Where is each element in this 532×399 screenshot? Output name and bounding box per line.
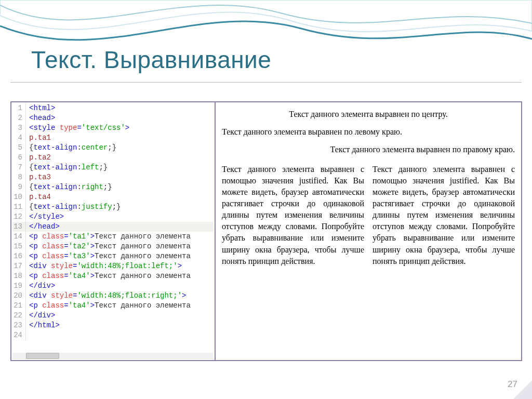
- code-content: <p class='ta1'>Текст данного элемента: [29, 232, 191, 242]
- code-content: <p class='ta3'>Текст данного элемента: [29, 251, 191, 261]
- line-number: 24: [12, 330, 26, 340]
- code-content: {text-align:justify;}: [29, 202, 121, 212]
- line-number: 10: [12, 192, 26, 202]
- line-number: 12: [12, 212, 26, 222]
- slide-title: Текст. Выравнивание: [31, 46, 271, 74]
- line-number: 14: [12, 232, 26, 242]
- line-number: 5: [12, 143, 26, 153]
- line-number: 11: [12, 202, 26, 212]
- code-content: </div>: [29, 311, 55, 321]
- line-number: 16: [12, 251, 26, 261]
- preview-text-center: Текст данного элемента выравнен по центр…: [222, 110, 515, 119]
- code-pane: 1<html>2<head>3<style type='text/css'>4p…: [11, 102, 216, 360]
- preview-pane: Текст данного элемента выравнен по центр…: [216, 102, 521, 360]
- code-line[interactable]: 16<p class='ta3'>Текст данного элемента: [12, 251, 214, 261]
- code-content: </html>: [29, 321, 60, 330]
- line-number: 8: [12, 172, 26, 182]
- line-number: 17: [12, 261, 26, 271]
- code-content: <html>: [29, 103, 55, 113]
- code-line[interactable]: 2<head>: [12, 113, 214, 123]
- line-number: 3: [12, 123, 26, 133]
- code-line[interactable]: 18<p class='ta4'>Текст данного элемента: [12, 271, 214, 281]
- code-content: </style>: [29, 212, 64, 222]
- line-number: 22: [12, 311, 26, 321]
- code-content: p.ta3: [29, 172, 51, 182]
- code-line[interactable]: 3<style type='text/css'>: [12, 123, 214, 133]
- code-content: {text-align:right;}: [29, 182, 112, 192]
- code-content: {text-align:left;}: [29, 163, 108, 172]
- code-line[interactable]: 17<div style='width:48%;float:left;'>: [12, 261, 214, 271]
- corner-accent: [513, 380, 532, 399]
- code-content: {text-align:center;}: [29, 143, 116, 153]
- code-line[interactable]: 4p.ta1: [12, 133, 214, 143]
- code-content: </head>: [29, 222, 60, 232]
- code-content: p.ta4: [29, 192, 51, 202]
- code-line[interactable]: 7{text-align:left;}: [12, 163, 214, 172]
- content-frame: 1<html>2<head>3<style type='text/css'>4p…: [10, 101, 522, 361]
- preview-columns: Текст данного элемента выравнен с помощь…: [222, 164, 515, 267]
- code-line[interactable]: 12</style>: [12, 212, 214, 222]
- line-number: 15: [12, 242, 26, 251]
- line-number: 21: [12, 301, 26, 311]
- code-content: <div style='width:48%;float:left;'>: [29, 261, 182, 271]
- code-line[interactable]: 1<html>: [12, 103, 214, 113]
- preview-justified-left: Текст данного элемента выравнен с помощь…: [222, 164, 364, 267]
- code-line[interactable]: 15<p class='ta2'>Текст данного элемента: [12, 242, 214, 251]
- code-line[interactable]: 13</head>: [12, 222, 214, 232]
- line-number: 6: [12, 153, 26, 163]
- code-content: <p class='ta4'>Текст данного элемента: [29, 271, 191, 281]
- line-number: 9: [12, 182, 26, 192]
- line-number: 13: [12, 222, 26, 232]
- code-content: <p class='ta2'>Текст данного элемента: [29, 242, 191, 251]
- line-number: 2: [12, 113, 26, 123]
- title-underline: [10, 82, 522, 83]
- code-content: </div>: [29, 281, 55, 291]
- code-line[interactable]: 19</div>: [12, 281, 214, 291]
- horizontal-scrollbar[interactable]: [12, 353, 214, 359]
- preview-justified-right: Текст данного элемента выравнен с помощь…: [373, 164, 515, 267]
- code-editor[interactable]: 1<html>2<head>3<style type='text/css'>4p…: [12, 103, 214, 353]
- line-number: 19: [12, 281, 26, 291]
- line-number: 1: [12, 103, 26, 113]
- line-number: 20: [12, 291, 26, 301]
- code-line[interactable]: 9{text-align:right;}: [12, 182, 214, 192]
- code-line[interactable]: 10p.ta4: [12, 192, 214, 202]
- preview-text-left: Текст данного элемента выравнен по левом…: [222, 127, 515, 137]
- code-content: <div style='width:48%;float:right;'>: [29, 291, 186, 301]
- code-line[interactable]: 21<p class='ta4'>Текст данного элемента: [12, 301, 214, 311]
- code-content: <p class='ta4'>Текст данного элемента: [29, 301, 191, 311]
- code-content: p.ta2: [29, 153, 51, 163]
- line-number: 23: [12, 321, 26, 330]
- code-content: p.ta1: [29, 133, 51, 143]
- preview-text-right: Текст данного элемента выравнен по право…: [222, 145, 515, 154]
- line-number: 4: [12, 133, 26, 143]
- scrollbar-thumb[interactable]: [26, 353, 59, 359]
- code-line[interactable]: 8p.ta3: [12, 172, 214, 182]
- code-line[interactable]: 5{text-align:center;}: [12, 143, 214, 153]
- code-content: <head>: [29, 113, 55, 123]
- code-line[interactable]: 22</div>: [12, 311, 214, 321]
- code-line[interactable]: 6p.ta2: [12, 153, 214, 163]
- line-number: 18: [12, 271, 26, 281]
- code-line[interactable]: 20<div style='width:48%;float:right;'>: [12, 291, 214, 301]
- code-line[interactable]: 11{text-align:justify;}: [12, 202, 214, 212]
- code-line[interactable]: 24: [12, 330, 214, 340]
- slide: Текст. Выравнивание 1<html>2<head>3<styl…: [0, 0, 532, 399]
- code-line[interactable]: 23</html>: [12, 321, 214, 330]
- code-content: <style type='text/css'>: [29, 123, 129, 133]
- line-number: 7: [12, 163, 26, 172]
- code-line[interactable]: 14<p class='ta1'>Текст данного элемента: [12, 232, 214, 242]
